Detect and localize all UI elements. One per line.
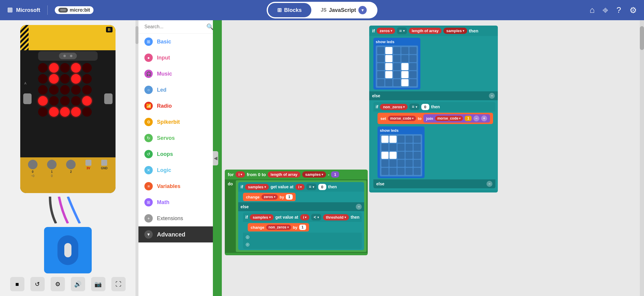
eq-operator-2[interactable]: = ▾ — [397, 27, 407, 34]
led-d2-6[interactable] — [389, 144, 397, 151]
sidebar-item-music[interactable]: 🎧 Music — [138, 66, 213, 82]
led-d2-18[interactable] — [406, 160, 413, 167]
zero-pill[interactable]: 0 — [318, 184, 326, 190]
led-d2-13[interactable] — [406, 152, 413, 159]
sidebar-collapse-handle[interactable]: ◀ — [213, 151, 218, 165]
zeros-pill-2[interactable]: zeros ▾ — [377, 28, 395, 34]
sidebar-item-radio[interactable]: 📶 Radio — [138, 98, 213, 114]
led-d1-7[interactable] — [393, 55, 400, 62]
led-d1-3[interactable] — [401, 47, 408, 54]
lt-operator[interactable]: < ▾ — [311, 214, 321, 220]
led-d2-23[interactable] — [406, 168, 413, 175]
led-d1-24[interactable] — [409, 79, 417, 86]
sidebar-item-logic[interactable]: ✕ Logic — [138, 162, 213, 178]
non-zeros-pill[interactable]: non_zeros ▾ — [266, 225, 291, 230]
non-zeros-pill-2[interactable]: non_zeros ▾ — [380, 104, 408, 110]
led-d2-19[interactable] — [414, 160, 421, 167]
nested-samples-pill[interactable]: samples ▾ — [250, 214, 274, 220]
samples-pill-1[interactable]: samples ▾ — [245, 184, 269, 190]
settings-icon[interactable]: ⚙ — [629, 5, 637, 15]
sidebar-item-servos[interactable]: ↻ Servos — [138, 130, 213, 146]
plus-btn-2[interactable]: ⊕ — [245, 241, 359, 248]
led-d1-1[interactable] — [385, 47, 392, 54]
length-of-array-pill[interactable]: length of array — [268, 171, 300, 178]
led-d2-8[interactable] — [406, 144, 413, 151]
share-icon[interactable]: ⎆ — [603, 5, 608, 15]
led-d2-0[interactable] — [381, 136, 389, 143]
led-d1-16[interactable] — [385, 71, 392, 78]
led-d2-9[interactable] — [414, 144, 421, 151]
led-d2-10[interactable] — [381, 152, 389, 159]
sidebar-item-input[interactable]: ● Input — [138, 50, 213, 66]
button-a[interactable] — [23, 93, 32, 104]
stop-button[interactable]: ■ — [10, 277, 24, 291]
home-icon[interactable]: ⌂ — [590, 5, 595, 15]
threshold-pill[interactable]: threshold ▾ — [323, 214, 349, 220]
led-d1-10[interactable] — [377, 63, 384, 70]
led-d2-14[interactable] — [414, 152, 421, 159]
else-minus-btn-3[interactable]: − — [486, 181, 492, 187]
led-d1-19[interactable] — [409, 71, 417, 78]
led-d2-7[interactable] — [397, 144, 405, 151]
led-d1-22[interactable] — [393, 79, 400, 86]
led-d2-21[interactable] — [389, 168, 397, 175]
plus-btn-1[interactable]: ⊕ — [245, 234, 359, 240]
led-display-2[interactable] — [380, 134, 422, 176]
led-d2-3[interactable] — [406, 136, 413, 143]
join-minus-btn[interactable]: − — [473, 115, 479, 121]
sidebar-item-led[interactable]: ○ Led — [138, 82, 213, 98]
sidebar-item-basic[interactable]: ⊞ Basic — [138, 34, 213, 50]
i-pill-1[interactable]: i ▾ — [295, 184, 305, 190]
audio-button[interactable]: 🔊 — [71, 277, 85, 291]
led-d1-15[interactable] — [377, 71, 384, 78]
restart-button[interactable]: ↺ — [30, 277, 45, 291]
by-one-pill-2[interactable]: 1 — [299, 225, 306, 230]
by-one-pill[interactable]: 1 — [286, 194, 293, 200]
led-d2-24[interactable] — [414, 168, 421, 175]
led-d1-6[interactable] — [385, 55, 392, 62]
blocks-workspace[interactable]: for i ▾ from 0 to length of array sample… — [213, 20, 644, 296]
led-d1-21[interactable] — [385, 79, 392, 86]
sidebar-item-spikerbit[interactable]: ⚙ Spikerbit — [138, 114, 213, 130]
else-minus-btn-1[interactable]: − — [356, 204, 362, 210]
javascript-tab[interactable]: JS JavaScript ▾ — [311, 3, 376, 17]
led-d2-11[interactable] — [389, 152, 397, 159]
led-display-1[interactable] — [376, 46, 418, 88]
sidebar-item-math[interactable]: ⊞ Math — [138, 194, 213, 210]
num-1-pill[interactable]: 1 — [465, 116, 472, 121]
led-d1-0[interactable] — [377, 47, 384, 54]
join-plus-btn[interactable]: + — [481, 115, 487, 121]
samples-pill[interactable]: samples ▾ — [302, 171, 326, 178]
blocks-tab[interactable]: ⊞ Blocks — [268, 3, 311, 17]
led-d2-1[interactable] — [389, 136, 397, 143]
led-d2-15[interactable] — [381, 160, 389, 167]
fullscreen-button[interactable]: ⛶ — [111, 277, 126, 291]
workspace-scrollbar-thumb[interactable] — [640, 26, 644, 50]
eq-operator-3[interactable]: = ▾ — [409, 104, 419, 110]
led-d2-12[interactable] — [397, 152, 405, 159]
led-d1-12[interactable] — [393, 63, 400, 70]
search-input[interactable] — [144, 24, 204, 29]
sidebar-item-extensions[interactable]: + Extensions — [138, 210, 213, 226]
led-d2-2[interactable] — [397, 136, 405, 143]
debug-button[interactable]: ⚙ — [51, 277, 65, 291]
samples-pill-2[interactable]: samples ▾ — [443, 28, 467, 34]
led-d1-5[interactable] — [377, 55, 384, 62]
led-d1-2[interactable] — [393, 47, 400, 54]
help-icon[interactable]: ? — [616, 5, 621, 15]
led-d2-5[interactable] — [381, 144, 389, 151]
i-pill[interactable]: i ▾ — [236, 171, 245, 178]
button-b[interactable] — [104, 93, 113, 104]
led-d2-4[interactable] — [414, 136, 421, 143]
snapshot-button[interactable]: 📷 — [91, 277, 105, 291]
led-d1-18[interactable] — [401, 71, 408, 78]
led-d1-23[interactable] — [401, 79, 408, 86]
sidebar-item-variables[interactable]: ≡ Variables — [138, 178, 213, 194]
led-d1-4[interactable] — [409, 47, 417, 54]
else-minus-btn-2[interactable]: − — [489, 93, 495, 99]
led-d1-8[interactable] — [401, 55, 408, 62]
led-d1-13[interactable] — [401, 63, 408, 70]
nested-i-pill[interactable]: i ▾ — [300, 214, 310, 220]
led-d1-11[interactable] — [385, 63, 392, 70]
zero-pill-2[interactable]: 0 — [421, 104, 429, 110]
